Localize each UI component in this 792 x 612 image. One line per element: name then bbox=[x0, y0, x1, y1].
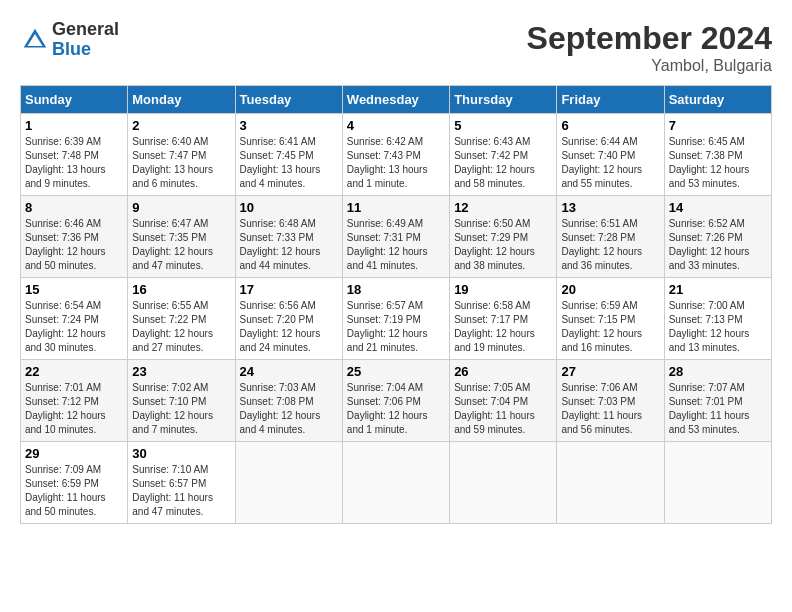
day-info: Sunrise: 7:06 AMSunset: 7:03 PMDaylight:… bbox=[561, 382, 642, 435]
title-area: September 2024 Yambol, Bulgaria bbox=[527, 20, 772, 75]
day-number: 11 bbox=[347, 200, 445, 215]
day-number: 15 bbox=[25, 282, 123, 297]
day-number: 9 bbox=[132, 200, 230, 215]
month-title: September 2024 bbox=[527, 20, 772, 57]
table-row: 3 Sunrise: 6:41 AMSunset: 7:45 PMDayligh… bbox=[235, 114, 342, 196]
day-info: Sunrise: 6:51 AMSunset: 7:28 PMDaylight:… bbox=[561, 218, 642, 271]
table-row bbox=[450, 442, 557, 524]
day-number: 16 bbox=[132, 282, 230, 297]
table-row: 21 Sunrise: 7:00 AMSunset: 7:13 PMDaylig… bbox=[664, 278, 771, 360]
table-row: 18 Sunrise: 6:57 AMSunset: 7:19 PMDaylig… bbox=[342, 278, 449, 360]
header-wednesday: Wednesday bbox=[342, 86, 449, 114]
header-saturday: Saturday bbox=[664, 86, 771, 114]
calendar-week-row: 1 Sunrise: 6:39 AMSunset: 7:48 PMDayligh… bbox=[21, 114, 772, 196]
header-sunday: Sunday bbox=[21, 86, 128, 114]
day-number: 22 bbox=[25, 364, 123, 379]
location: Yambol, Bulgaria bbox=[527, 57, 772, 75]
table-row: 10 Sunrise: 6:48 AMSunset: 7:33 PMDaylig… bbox=[235, 196, 342, 278]
table-row: 17 Sunrise: 6:56 AMSunset: 7:20 PMDaylig… bbox=[235, 278, 342, 360]
table-row: 19 Sunrise: 6:58 AMSunset: 7:17 PMDaylig… bbox=[450, 278, 557, 360]
logo: General Blue bbox=[20, 20, 119, 60]
day-number: 14 bbox=[669, 200, 767, 215]
table-row: 15 Sunrise: 6:54 AMSunset: 7:24 PMDaylig… bbox=[21, 278, 128, 360]
table-row: 11 Sunrise: 6:49 AMSunset: 7:31 PMDaylig… bbox=[342, 196, 449, 278]
table-row bbox=[557, 442, 664, 524]
weekday-header-row: Sunday Monday Tuesday Wednesday Thursday… bbox=[21, 86, 772, 114]
calendar-week-row: 22 Sunrise: 7:01 AMSunset: 7:12 PMDaylig… bbox=[21, 360, 772, 442]
day-number: 3 bbox=[240, 118, 338, 133]
day-number: 8 bbox=[25, 200, 123, 215]
calendar-week-row: 29 Sunrise: 7:09 AMSunset: 6:59 PMDaylig… bbox=[21, 442, 772, 524]
day-info: Sunrise: 6:43 AMSunset: 7:42 PMDaylight:… bbox=[454, 136, 535, 189]
day-info: Sunrise: 6:50 AMSunset: 7:29 PMDaylight:… bbox=[454, 218, 535, 271]
day-info: Sunrise: 7:03 AMSunset: 7:08 PMDaylight:… bbox=[240, 382, 321, 435]
table-row: 12 Sunrise: 6:50 AMSunset: 7:29 PMDaylig… bbox=[450, 196, 557, 278]
day-info: Sunrise: 6:40 AMSunset: 7:47 PMDaylight:… bbox=[132, 136, 213, 189]
day-info: Sunrise: 6:57 AMSunset: 7:19 PMDaylight:… bbox=[347, 300, 428, 353]
calendar-week-row: 8 Sunrise: 6:46 AMSunset: 7:36 PMDayligh… bbox=[21, 196, 772, 278]
table-row: 23 Sunrise: 7:02 AMSunset: 7:10 PMDaylig… bbox=[128, 360, 235, 442]
table-row: 6 Sunrise: 6:44 AMSunset: 7:40 PMDayligh… bbox=[557, 114, 664, 196]
day-number: 29 bbox=[25, 446, 123, 461]
day-info: Sunrise: 6:48 AMSunset: 7:33 PMDaylight:… bbox=[240, 218, 321, 271]
table-row: 28 Sunrise: 7:07 AMSunset: 7:01 PMDaylig… bbox=[664, 360, 771, 442]
day-number: 21 bbox=[669, 282, 767, 297]
logo-text: General Blue bbox=[52, 20, 119, 60]
day-info: Sunrise: 6:54 AMSunset: 7:24 PMDaylight:… bbox=[25, 300, 106, 353]
day-number: 17 bbox=[240, 282, 338, 297]
day-number: 23 bbox=[132, 364, 230, 379]
day-number: 5 bbox=[454, 118, 552, 133]
table-row: 20 Sunrise: 6:59 AMSunset: 7:15 PMDaylig… bbox=[557, 278, 664, 360]
table-row: 13 Sunrise: 6:51 AMSunset: 7:28 PMDaylig… bbox=[557, 196, 664, 278]
day-info: Sunrise: 7:01 AMSunset: 7:12 PMDaylight:… bbox=[25, 382, 106, 435]
calendar-table: Sunday Monday Tuesday Wednesday Thursday… bbox=[20, 85, 772, 524]
day-info: Sunrise: 6:52 AMSunset: 7:26 PMDaylight:… bbox=[669, 218, 750, 271]
table-row: 7 Sunrise: 6:45 AMSunset: 7:38 PMDayligh… bbox=[664, 114, 771, 196]
day-number: 7 bbox=[669, 118, 767, 133]
table-row: 22 Sunrise: 7:01 AMSunset: 7:12 PMDaylig… bbox=[21, 360, 128, 442]
day-info: Sunrise: 7:10 AMSunset: 6:57 PMDaylight:… bbox=[132, 464, 213, 517]
table-row bbox=[664, 442, 771, 524]
table-row: 8 Sunrise: 6:46 AMSunset: 7:36 PMDayligh… bbox=[21, 196, 128, 278]
day-number: 24 bbox=[240, 364, 338, 379]
day-number: 1 bbox=[25, 118, 123, 133]
day-number: 13 bbox=[561, 200, 659, 215]
table-row: 24 Sunrise: 7:03 AMSunset: 7:08 PMDaylig… bbox=[235, 360, 342, 442]
table-row: 14 Sunrise: 6:52 AMSunset: 7:26 PMDaylig… bbox=[664, 196, 771, 278]
table-row: 2 Sunrise: 6:40 AMSunset: 7:47 PMDayligh… bbox=[128, 114, 235, 196]
logo-blue: Blue bbox=[52, 40, 119, 60]
day-info: Sunrise: 7:05 AMSunset: 7:04 PMDaylight:… bbox=[454, 382, 535, 435]
day-number: 28 bbox=[669, 364, 767, 379]
day-info: Sunrise: 6:44 AMSunset: 7:40 PMDaylight:… bbox=[561, 136, 642, 189]
page-header: General Blue September 2024 Yambol, Bulg… bbox=[20, 20, 772, 75]
calendar-week-row: 15 Sunrise: 6:54 AMSunset: 7:24 PMDaylig… bbox=[21, 278, 772, 360]
day-info: Sunrise: 6:46 AMSunset: 7:36 PMDaylight:… bbox=[25, 218, 106, 271]
day-number: 4 bbox=[347, 118, 445, 133]
day-info: Sunrise: 7:07 AMSunset: 7:01 PMDaylight:… bbox=[669, 382, 750, 435]
day-info: Sunrise: 6:42 AMSunset: 7:43 PMDaylight:… bbox=[347, 136, 428, 189]
day-info: Sunrise: 6:58 AMSunset: 7:17 PMDaylight:… bbox=[454, 300, 535, 353]
table-row: 4 Sunrise: 6:42 AMSunset: 7:43 PMDayligh… bbox=[342, 114, 449, 196]
day-info: Sunrise: 6:39 AMSunset: 7:48 PMDaylight:… bbox=[25, 136, 106, 189]
day-number: 2 bbox=[132, 118, 230, 133]
day-info: Sunrise: 7:09 AMSunset: 6:59 PMDaylight:… bbox=[25, 464, 106, 517]
day-info: Sunrise: 6:55 AMSunset: 7:22 PMDaylight:… bbox=[132, 300, 213, 353]
table-row: 26 Sunrise: 7:05 AMSunset: 7:04 PMDaylig… bbox=[450, 360, 557, 442]
header-tuesday: Tuesday bbox=[235, 86, 342, 114]
day-info: Sunrise: 7:00 AMSunset: 7:13 PMDaylight:… bbox=[669, 300, 750, 353]
table-row: 27 Sunrise: 7:06 AMSunset: 7:03 PMDaylig… bbox=[557, 360, 664, 442]
day-info: Sunrise: 6:45 AMSunset: 7:38 PMDaylight:… bbox=[669, 136, 750, 189]
day-info: Sunrise: 6:41 AMSunset: 7:45 PMDaylight:… bbox=[240, 136, 321, 189]
table-row: 16 Sunrise: 6:55 AMSunset: 7:22 PMDaylig… bbox=[128, 278, 235, 360]
day-info: Sunrise: 6:49 AMSunset: 7:31 PMDaylight:… bbox=[347, 218, 428, 271]
table-row: 25 Sunrise: 7:04 AMSunset: 7:06 PMDaylig… bbox=[342, 360, 449, 442]
table-row: 1 Sunrise: 6:39 AMSunset: 7:48 PMDayligh… bbox=[21, 114, 128, 196]
day-number: 19 bbox=[454, 282, 552, 297]
day-info: Sunrise: 6:56 AMSunset: 7:20 PMDaylight:… bbox=[240, 300, 321, 353]
day-number: 10 bbox=[240, 200, 338, 215]
day-number: 30 bbox=[132, 446, 230, 461]
logo-icon bbox=[20, 25, 50, 55]
header-friday: Friday bbox=[557, 86, 664, 114]
table-row: 9 Sunrise: 6:47 AMSunset: 7:35 PMDayligh… bbox=[128, 196, 235, 278]
day-number: 26 bbox=[454, 364, 552, 379]
